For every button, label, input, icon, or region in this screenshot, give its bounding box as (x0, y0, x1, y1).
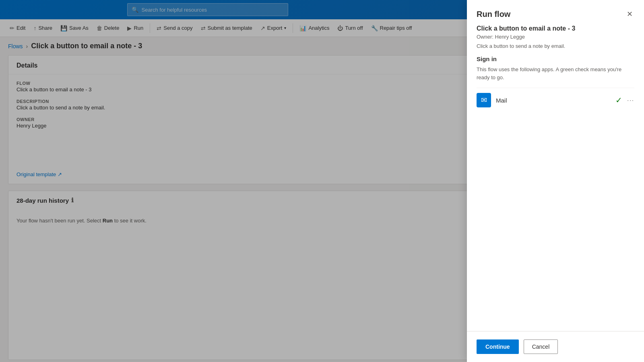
run-flow-footer: Continue Cancel (467, 331, 644, 362)
run-flow-close-button[interactable]: ✕ (625, 8, 634, 20)
run-flow-title: Run flow (477, 10, 510, 19)
run-flow-subtitle: Click a button to email a note - 3 (467, 20, 644, 34)
run-flow-description: Click a button to send a note by email. (467, 43, 644, 56)
run-flow-header: Run flow ✕ (467, 0, 644, 20)
cancel-button[interactable]: Cancel (524, 339, 558, 354)
sign-in-title: Sign in (477, 56, 634, 62)
mail-icon-symbol: ✉ (481, 96, 487, 105)
continue-button[interactable]: Continue (477, 339, 519, 354)
check-icon: ✓ (615, 95, 622, 105)
run-flow-owner: Owner: Henry Legge (467, 34, 644, 43)
more-options-icon[interactable]: ··· (627, 97, 634, 103)
mail-connection-sign-in: ✉ Mail ✓ ··· (477, 88, 634, 112)
mail-connection-name: Mail (496, 97, 611, 104)
run-flow-panel: Run flow ✕ Click a button to email a not… (467, 0, 644, 362)
sign-in-section: Sign in This flow uses the following app… (467, 56, 644, 112)
mail-icon-large: ✉ (477, 93, 491, 107)
sign-in-description: This flow uses the following apps. A gre… (477, 66, 634, 81)
